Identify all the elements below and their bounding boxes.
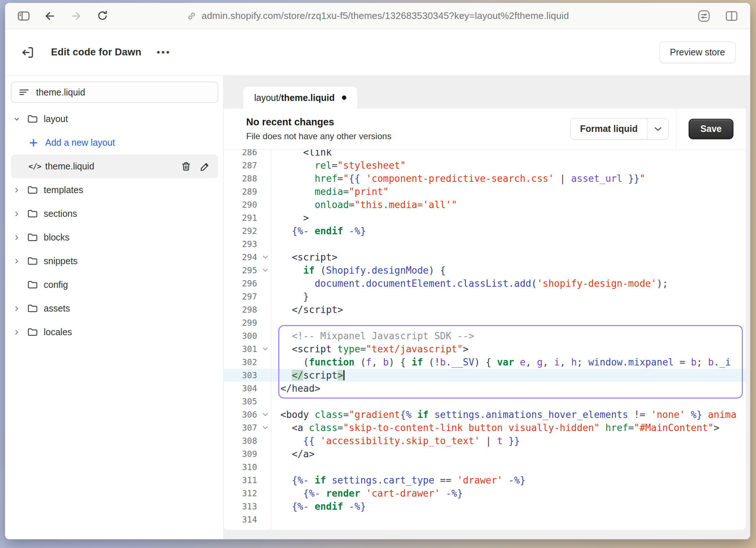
- tree-item-label: theme.liquid: [45, 161, 94, 172]
- code-text: <!-- Mixpanel Javascript SDK -->: [271, 329, 746, 342]
- page-title: Edit code for Dawn: [51, 47, 141, 58]
- tree-item-config[interactable]: config: [11, 273, 218, 297]
- link-icon: [186, 11, 197, 21]
- code-line-313[interactable]: 313 {%- endif -%}: [224, 500, 746, 513]
- exit-editor-icon[interactable]: [20, 44, 36, 61]
- code-line-296[interactable]: 296 document.documentElement.classList.a…: [224, 277, 746, 290]
- line-number: 287: [224, 161, 271, 170]
- chevron-right-icon[interactable]: [13, 210, 27, 218]
- forward-button-icon[interactable]: [68, 8, 84, 24]
- tree-item-snippets[interactable]: snippets: [11, 249, 218, 273]
- code-text: (function (f, b) { if (!b.__SV) { var e,…: [271, 356, 746, 369]
- tab-layout-theme-liquid[interactable]: layout/theme.liquid: [243, 87, 357, 109]
- code-line-310[interactable]: 310: [224, 461, 746, 474]
- tree-item-label: locales: [44, 327, 72, 337]
- file-search-input[interactable]: theme.liquid: [11, 82, 218, 103]
- pencil-icon[interactable]: [196, 161, 214, 172]
- tree-item-add-a-new-layout[interactable]: Add a new layout: [11, 131, 218, 154]
- fold-chevron-down-icon[interactable]: [263, 413, 268, 417]
- line-number: 303: [224, 371, 271, 380]
- line-number: 307: [224, 423, 271, 432]
- chevron-right-icon[interactable]: [13, 187, 27, 194]
- back-button-icon[interactable]: [42, 8, 58, 24]
- tree-item-label: Add a new layout: [45, 137, 115, 148]
- save-button[interactable]: Save: [689, 119, 733, 139]
- code-line-293[interactable]: 293: [224, 238, 746, 251]
- code-text: rel="stylesheet": [271, 159, 746, 172]
- code-line-311[interactable]: 311 {%- if settings.cart_type == 'drawer…: [224, 474, 746, 487]
- line-number: 291: [224, 213, 271, 223]
- tree-item-blocks[interactable]: blocks: [11, 226, 218, 249]
- line-number: 308: [224, 436, 271, 446]
- code-line-287[interactable]: 287 rel="stylesheet": [224, 159, 746, 172]
- preview-store-button[interactable]: Preview store: [659, 42, 736, 63]
- code-line-314[interactable]: 314: [224, 513, 746, 526]
- code-line-288[interactable]: 288 href="{{ 'component-predictive-searc…: [224, 172, 746, 185]
- gutter-divider: [271, 149, 271, 530]
- code-text: </head>: [271, 382, 746, 395]
- tree-item-templates[interactable]: templates: [11, 178, 218, 202]
- tree-item-sections[interactable]: sections: [11, 202, 218, 226]
- tree-item-label: layout: [44, 114, 68, 124]
- version-status-subtitle: File does not have any other versions: [246, 131, 570, 141]
- code-line-306[interactable]: 306<body class="gradient{% if settings.a…: [224, 408, 746, 421]
- tree-item-theme-liquid[interactable]: </>theme.liquid: [11, 154, 218, 178]
- code-line-286[interactable]: 286 <link: [224, 149, 746, 159]
- code-line-301[interactable]: 301 <script type="text/javascript">: [224, 342, 746, 356]
- tree-item-layout[interactable]: layout: [11, 107, 218, 131]
- fold-chevron-down-icon[interactable]: [263, 255, 268, 259]
- tree-item-label: sections: [44, 208, 77, 219]
- app-header: Edit code for Dawn ••• Preview store: [5, 29, 750, 76]
- code-line-291[interactable]: 291 >: [224, 211, 746, 224]
- line-number: 312: [224, 489, 271, 498]
- line-number: 293: [224, 239, 271, 249]
- chevron-right-icon[interactable]: [13, 258, 27, 265]
- code-file-icon: </>: [28, 162, 45, 171]
- code-line-307[interactable]: 307 <a class="skip-to-content-link butto…: [224, 421, 746, 434]
- code-line-289[interactable]: 289 media="print": [224, 185, 746, 198]
- format-options-chevron-down-icon[interactable]: [647, 119, 668, 139]
- unsaved-dot: [342, 95, 346, 100]
- code-editor[interactable]: 286 <link287 rel="stylesheet"288 href="{…: [224, 149, 746, 530]
- code-line-302[interactable]: 302 (function (f, b) { if (!b.__SV) { va…: [224, 356, 746, 369]
- tree-item-label: templates: [44, 185, 83, 195]
- code-text: <script type="text/javascript">: [271, 342, 746, 356]
- chevron-down-icon[interactable]: [13, 116, 27, 123]
- code-line-299[interactable]: 299: [224, 316, 746, 329]
- chevron-right-icon[interactable]: [13, 305, 27, 312]
- tree-item-locales[interactable]: locales: [11, 320, 218, 344]
- code-text: }: [271, 290, 746, 303]
- tab-label: layout/theme.liquid: [254, 93, 335, 103]
- fold-chevron-down-icon[interactable]: [263, 347, 268, 351]
- folder-icon: [27, 303, 44, 314]
- fold-chevron-down-icon[interactable]: [263, 426, 268, 430]
- code-line-294[interactable]: 294 <script>: [224, 251, 746, 264]
- page-settings-icon[interactable]: [696, 8, 712, 24]
- code-line-308[interactable]: 308 {{ 'accessibility.skip_to_text' | t …: [224, 434, 746, 447]
- code-line-295[interactable]: 295 if (Shopify.designMode) {: [224, 264, 746, 277]
- code-line-312[interactable]: 312 {%- render 'cart-drawer' -%}: [224, 487, 746, 500]
- more-actions-button[interactable]: •••: [157, 47, 171, 58]
- code-line-297[interactable]: 297 }: [224, 290, 746, 303]
- browser-window: admin.shopify.com/store/rzq1xu-f5/themes…: [5, 3, 750, 539]
- code-line-304[interactable]: 304</head>: [224, 382, 746, 395]
- code-lines: 286 <link287 rel="stylesheet"288 href="{…: [224, 149, 746, 526]
- fold-chevron-down-icon[interactable]: [263, 269, 268, 273]
- code-line-300[interactable]: 300 <!-- Mixpanel Javascript SDK -->: [224, 329, 746, 342]
- code-line-292[interactable]: 292 {%- endif -%}: [224, 224, 746, 238]
- format-liquid-button[interactable]: Format liquid: [571, 119, 647, 139]
- tree-item-assets[interactable]: assets: [11, 297, 218, 320]
- tree-item-label: config: [44, 279, 68, 290]
- trash-icon[interactable]: [177, 161, 196, 172]
- code-line-309[interactable]: 309 </a>: [224, 447, 746, 461]
- code-line-290[interactable]: 290 onload="this.media='all'": [224, 198, 746, 211]
- code-line-305[interactable]: 305: [224, 395, 746, 408]
- chevron-right-icon[interactable]: [13, 234, 27, 241]
- chevron-right-icon[interactable]: [13, 329, 27, 336]
- reload-button-icon[interactable]: [94, 8, 111, 24]
- code-line-303[interactable]: 303 </script>: [224, 369, 746, 382]
- split-view-icon[interactable]: [723, 8, 740, 24]
- code-line-298[interactable]: 298 </script>: [224, 303, 746, 316]
- sidebar-toggle-icon[interactable]: [15, 8, 32, 24]
- address-bar[interactable]: admin.shopify.com/store/rzq1xu-f5/themes…: [186, 10, 569, 21]
